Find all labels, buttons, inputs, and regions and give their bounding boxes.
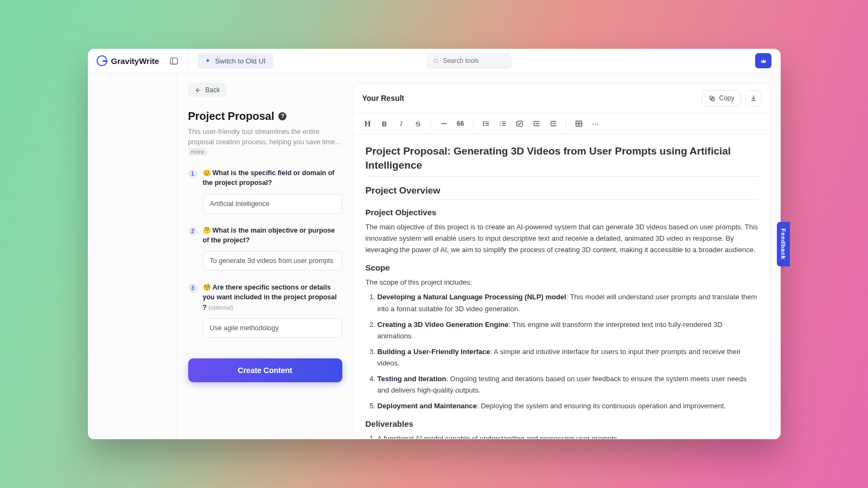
app-window: GravityWrite ✦ Switch to Old UI Back Pro… — [88, 49, 781, 439]
back-label: Back — [206, 86, 220, 94]
list-item: Testing and Iteration: Ongoing testing a… — [378, 373, 758, 396]
upgrade-button[interactable] — [755, 53, 771, 68]
divider — [366, 200, 758, 200]
feedback-tab[interactable]: Feedback — [777, 222, 790, 266]
list-item: Creating a 3D Video Generation Engine: T… — [378, 319, 758, 342]
svg-point-9 — [483, 123, 483, 124]
download-button[interactable] — [745, 90, 762, 106]
arrow-left-icon — [195, 87, 202, 94]
scope-list: Developing a Natural Language Processing… — [366, 291, 758, 411]
result-actions: Copy — [702, 90, 761, 106]
bold-button[interactable]: B — [377, 117, 392, 131]
list-item: Building a User-Friendly Interface: A si… — [378, 346, 758, 369]
divider — [366, 176, 758, 177]
form-column: Back Project Proposal ? This user-friend… — [177, 73, 353, 439]
outdent-button[interactable] — [546, 117, 561, 131]
question-1-input[interactable] — [203, 194, 342, 214]
switch-ui-button[interactable]: ✦ Switch to Old UI — [197, 53, 273, 69]
result-header: Your Result Copy — [354, 84, 770, 113]
title-row: Project Proposal ? — [188, 110, 342, 123]
doc-objectives-text: The main objective of this project is to… — [366, 221, 758, 255]
panel-toggle-button[interactable] — [167, 54, 181, 68]
result-title: Your Result — [362, 94, 405, 102]
checklist-button[interactable] — [512, 117, 527, 131]
doc-scope-intro: The scope of this project includes: — [366, 277, 758, 288]
search-icon — [433, 57, 439, 65]
doc-h3-scope: Scope — [366, 263, 758, 272]
page-title: Project Proposal — [188, 110, 275, 123]
brand-name: GravityWrite — [111, 56, 159, 66]
question-2-label: 🤔What is the main objective or purpose o… — [203, 226, 342, 246]
emoji-icon: 🧐 — [203, 284, 211, 291]
toolbar-separator — [473, 119, 474, 129]
svg-line-3 — [437, 62, 438, 63]
help-icon[interactable]: ? — [278, 112, 286, 120]
toolbar-separator — [566, 119, 566, 129]
deliverables-list: A functional AI model capable of underst… — [366, 433, 758, 439]
divider — [188, 49, 189, 73]
question-3-label: 🧐Are there specific sections or details … — [203, 282, 342, 312]
copy-icon — [709, 95, 716, 102]
doc-h2-overview: Project Overview — [366, 185, 758, 196]
question-number: 2 — [188, 227, 197, 236]
brand-logo-icon — [97, 55, 107, 66]
editor-toolbar: H B I S 66 123 ⋯ — [354, 113, 770, 134]
question-1-label: 😊What is the specific field or domain of… — [203, 168, 342, 188]
table-button[interactable] — [571, 117, 586, 131]
question-number: 3 — [188, 284, 197, 293]
doc-h1: Project Proposal: Generating 3D Videos f… — [366, 144, 758, 172]
copy-button[interactable]: Copy — [702, 90, 741, 106]
svg-text:3: 3 — [500, 124, 501, 127]
doc-h3-deliverables: Deliverables — [366, 419, 758, 428]
list-item: A functional AI model capable of underst… — [378, 433, 758, 439]
quote-button[interactable]: 66 — [453, 117, 468, 131]
switch-ui-label: Switch to Old UI — [215, 57, 265, 65]
page-subtitle: This user-friendly tool streamlines the … — [188, 127, 342, 156]
create-content-button[interactable]: Create Content — [188, 358, 342, 382]
question-2: 2 🤔What is the main objective or purpose… — [188, 226, 342, 271]
svg-point-8 — [483, 121, 483, 122]
indent-button[interactable] — [529, 117, 544, 131]
list-item: Deployment and Maintenance: Deploying th… — [378, 400, 758, 412]
svg-point-10 — [483, 125, 483, 126]
strike-button[interactable]: S — [411, 117, 426, 131]
crown-icon — [760, 57, 767, 65]
main-body: Back Project Proposal ? This user-friend… — [88, 73, 781, 439]
italic-button[interactable]: I — [394, 117, 409, 131]
question-1: 1 😊What is the specific field or domain … — [188, 168, 342, 214]
result-body[interactable]: Project Proposal: Generating 3D Videos f… — [354, 134, 770, 439]
toolbar-separator — [431, 119, 431, 129]
search-box[interactable] — [427, 53, 511, 68]
heading-button[interactable]: H — [360, 117, 375, 131]
emoji-icon: 🤔 — [203, 227, 211, 234]
list-item: Developing a Natural Language Processing… — [378, 291, 758, 314]
download-icon — [750, 94, 757, 102]
topbar: GravityWrite ✦ Switch to Old UI — [88, 49, 781, 73]
left-sidebar — [88, 73, 177, 439]
question-2-input[interactable] — [203, 251, 342, 271]
result-column: Your Result Copy H B I — [353, 73, 781, 439]
brand[interactable]: GravityWrite — [97, 55, 159, 66]
question-number: 1 — [188, 169, 197, 178]
question-3: 3 🧐Are there specific sections or detail… — [188, 282, 342, 338]
bullet-list-button[interactable] — [478, 117, 494, 131]
doc-h3-objectives: Project Objectives — [366, 208, 758, 217]
result-card: Your Result Copy H B I — [353, 83, 771, 439]
hr-button[interactable] — [436, 117, 451, 131]
more-button[interactable]: more — [188, 148, 207, 156]
back-button[interactable]: Back — [188, 83, 227, 97]
sparkle-icon: ✦ — [205, 57, 210, 65]
more-button[interactable]: ⋯ — [588, 117, 603, 131]
svg-point-2 — [434, 59, 438, 62]
svg-rect-20 — [516, 121, 522, 126]
emoji-icon: 😊 — [203, 169, 211, 177]
svg-rect-0 — [170, 57, 177, 63]
ordered-list-button[interactable]: 123 — [495, 117, 510, 131]
search-input[interactable] — [443, 57, 505, 65]
question-3-input[interactable] — [203, 318, 342, 338]
